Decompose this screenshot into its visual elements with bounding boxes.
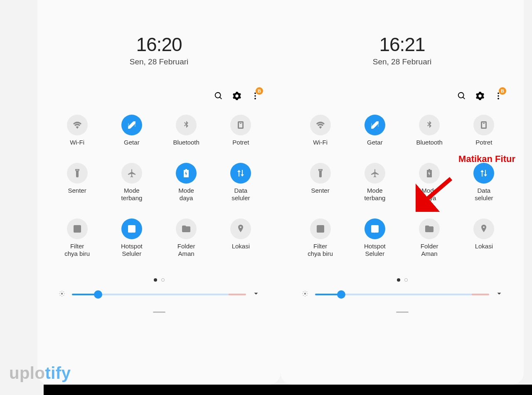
tile-label: Folder Aman <box>421 243 438 258</box>
tile-label: Bluetooth <box>173 139 199 146</box>
tile-label: Filter chya biru <box>308 243 333 258</box>
tile-label: Folder Aman <box>177 243 195 258</box>
bluefilter-icon <box>67 218 88 239</box>
location-icon <box>230 218 251 239</box>
vibrate-icon <box>365 115 385 135</box>
brightness-icon <box>58 290 66 299</box>
portrait-icon <box>473 115 494 135</box>
search-icon[interactable] <box>457 91 466 102</box>
tile-flashlight[interactable]: Senter <box>50 163 104 202</box>
tile-location[interactable]: Lokasi <box>457 218 511 258</box>
tile-label: Getar <box>367 139 383 146</box>
location-icon <box>473 218 494 239</box>
tile-portrait[interactable]: Potret <box>214 115 268 146</box>
tile-flashlight[interactable]: Senter <box>293 163 347 202</box>
expand-icon[interactable] <box>495 290 503 299</box>
tile-wifi[interactable]: Wi-Fi <box>50 115 104 146</box>
tile-vibrate[interactable]: Getar <box>104 115 159 146</box>
airplane-icon <box>121 163 142 184</box>
bluetooth-icon <box>419 115 440 135</box>
watermark: uplotify <box>9 364 71 383</box>
tile-label: Potret <box>232 139 249 146</box>
tile-label: Wi-Fi <box>313 139 328 146</box>
clock-time: 16:21 <box>281 33 524 56</box>
vibrate-icon <box>121 115 142 135</box>
data-icon <box>473 163 494 184</box>
clock-date: Sen, 28 Februari <box>37 57 281 66</box>
tile-battery[interactable]: Mode daya <box>402 163 457 202</box>
tile-label: Mode daya <box>178 187 194 202</box>
hotspot-icon <box>365 218 385 239</box>
clock-date: Sen, 28 Februari <box>281 57 524 66</box>
tile-label: Bluetooth <box>416 139 442 146</box>
battery-icon <box>419 163 440 184</box>
settings-icon[interactable] <box>475 91 485 102</box>
tile-location[interactable]: Lokasi <box>214 218 268 258</box>
wifi-icon <box>67 115 88 135</box>
bottom-bar <box>44 385 532 395</box>
bluetooth-icon <box>176 115 197 135</box>
airplane-icon <box>365 163 385 184</box>
tile-data[interactable]: Data seluler <box>214 163 268 202</box>
drag-handle[interactable] <box>396 312 409 313</box>
tile-label: Potret <box>475 139 492 146</box>
data-icon <box>230 163 251 184</box>
tile-bluefilter[interactable]: Filter chya biru <box>293 218 347 258</box>
page-indicator <box>281 278 524 282</box>
settings-icon[interactable] <box>232 91 241 102</box>
drag-handle[interactable] <box>153 312 165 313</box>
clock-area: 16:20 Sen, 28 Februari <box>37 33 281 66</box>
notification-badge: B <box>256 87 263 95</box>
battery-icon <box>176 163 197 184</box>
tile-data[interactable]: Data seluler <box>457 163 511 202</box>
tile-portrait[interactable]: Potret <box>457 115 511 146</box>
tile-label: Filter chya biru <box>64 243 90 258</box>
tile-hotspot[interactable]: Hotspot Seluler <box>347 218 402 258</box>
bluefilter-icon <box>310 218 331 239</box>
tile-folder[interactable]: Folder Aman <box>402 218 457 258</box>
tile-battery[interactable]: Mode daya <box>159 163 214 202</box>
tile-wifi[interactable]: Wi-Fi <box>293 115 347 146</box>
wifi-icon <box>310 115 331 135</box>
quick-settings-panel: 16:20 Sen, 28 Februari B Wi-Fi <box>37 0 281 385</box>
brightness-icon <box>301 290 309 299</box>
tile-label: Mode terbang <box>364 187 385 202</box>
page-indicator <box>37 278 281 282</box>
tile-label: Mode terbang <box>121 187 142 202</box>
brightness-slider[interactable] <box>315 294 489 295</box>
portrait-icon <box>230 115 251 135</box>
tile-label: Data seluler <box>475 187 493 202</box>
clock-area: 16:21 Sen, 28 Februari <box>281 33 524 66</box>
tile-label: Wi-Fi <box>70 139 84 146</box>
tile-label: Mode daya <box>421 187 437 202</box>
folder-icon <box>419 218 440 239</box>
tile-label: Senter <box>311 187 330 194</box>
quick-settings-panel: 16:21 Sen, 28 Februari B Wi-Fi <box>281 0 524 385</box>
tile-airplane[interactable]: Mode terbang <box>104 163 159 202</box>
tile-label: Getar <box>124 139 140 146</box>
tile-hotspot[interactable]: Hotspot Seluler <box>104 218 159 258</box>
tile-bluetooth[interactable]: Bluetooth <box>402 115 457 146</box>
brightness-slider[interactable] <box>72 294 246 295</box>
tile-label: Lokasi <box>232 243 250 250</box>
tile-label: Lokasi <box>475 243 493 250</box>
folder-icon <box>176 218 197 239</box>
tile-label: Hotspot Seluler <box>121 243 143 258</box>
clock-time: 16:20 <box>37 33 281 56</box>
hotspot-icon <box>121 218 142 239</box>
expand-icon[interactable] <box>252 290 260 299</box>
notification-badge: B <box>499 87 506 95</box>
tile-bluetooth[interactable]: Bluetooth <box>159 115 214 146</box>
tile-label: Data seluler <box>232 187 250 202</box>
flashlight-icon <box>67 163 88 184</box>
tile-label: Hotspot Seluler <box>364 243 386 258</box>
tile-vibrate[interactable]: Getar <box>347 115 402 146</box>
flashlight-icon <box>310 163 331 184</box>
tile-label: Senter <box>68 187 86 194</box>
tile-folder[interactable]: Folder Aman <box>159 218 214 258</box>
search-icon[interactable] <box>214 91 223 102</box>
tile-bluefilter[interactable]: Filter chya biru <box>50 218 104 258</box>
tile-airplane[interactable]: Mode terbang <box>347 163 402 202</box>
